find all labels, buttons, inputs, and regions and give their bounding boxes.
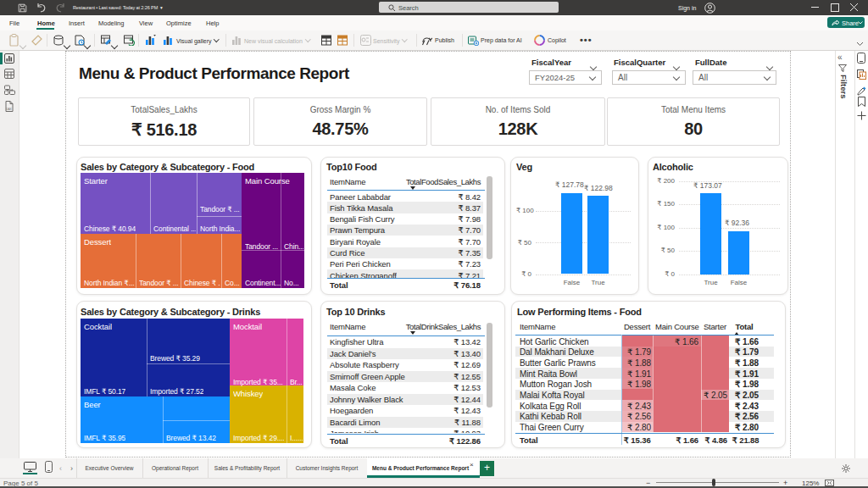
svg-text:DAX: DAX [6,108,12,111]
